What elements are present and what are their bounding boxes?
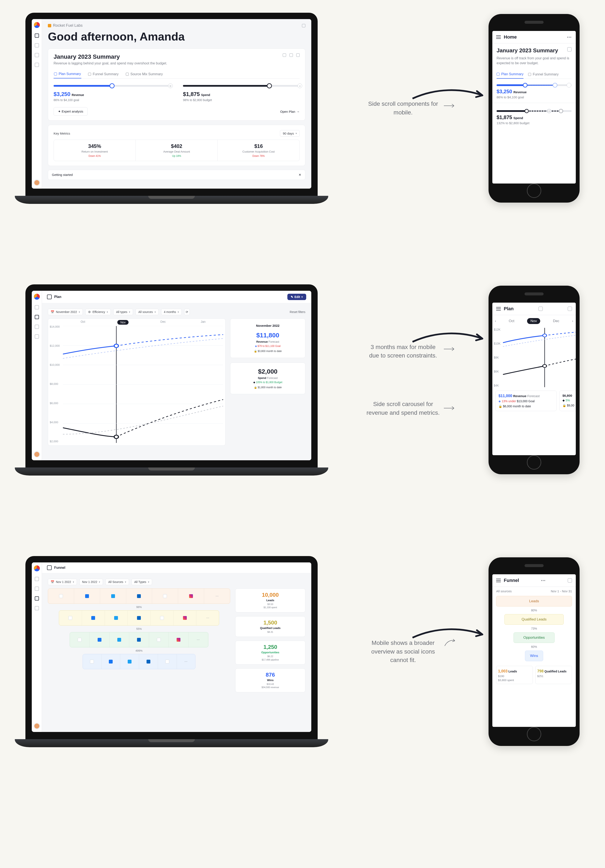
m-plan-chart[interactable]: $12K$10K $8K$6K $4K [492,328,576,387]
month-switcher[interactable]: ‹ Oct Nov Dec › [492,315,576,327]
m-stat-leads: 1,003Leads $190 $3,800 spent [496,666,533,684]
svg-point-11 [543,364,546,367]
stage-qualified[interactable]: ⋯ [59,610,220,626]
window-filter[interactable]: 4 months▾ [161,309,182,315]
help-icon[interactable] [302,24,305,27]
reset-filters[interactable]: Reset filters [290,310,305,314]
page-title: Plan [504,306,514,312]
greeting: Good afternoon, Amanda [48,30,305,43]
expert-analysis-button[interactable]: ✦ Expert analysis [54,107,88,116]
next-icon[interactable]: › [572,319,573,323]
stage-wins[interactable]: ⋯ [83,654,196,669]
nav-plan-icon[interactable] [35,315,39,319]
svg-point-7 [114,344,118,347]
calendar-icon[interactable] [289,53,293,57]
nav-funnel-icon[interactable] [35,53,39,57]
twitter-icon [111,594,115,598]
nav-funnel-icon[interactable] [35,325,39,329]
laptop-frame-plan: Plan ✎ Edit ▾ 📅 November 2022▾ ⚙ Efficie… [25,284,318,476]
m-stage-leads[interactable]: Leads [496,596,572,606]
edit-icon[interactable] [538,307,543,311]
tab-plan-summary[interactable]: Plan Summary [54,70,81,78]
m-summary-title: January 2023 Summary [497,47,558,54]
map-icon [47,294,52,299]
add-icon[interactable] [283,53,286,57]
nav-settings-icon[interactable] [35,335,39,339]
funnel-icon [47,566,52,570]
more-icon[interactable] [296,53,300,57]
plan-chart[interactable]: Oct Nov Dec Jan $14,000$12,000 $10,000$8… [48,319,226,446]
menu-icon[interactable] [496,307,501,310]
date-from[interactable]: 📅 Nov 1 2022▾ [48,579,77,585]
metric-avg-deal[interactable]: $402 Average Deal Amount Up 18% [136,140,218,161]
filter-icon[interactable] [568,578,572,583]
pie-icon [126,73,129,76]
m-sources[interactable]: All sources [496,589,512,593]
key-metrics-title: Key Metrics [54,132,70,135]
stage-opportunities[interactable]: ⋯ [70,632,208,647]
avatar[interactable] [34,723,40,729]
m-spend-card-peek: $6,800 ◆ 5% 🔒 $9,00 [559,391,576,411]
org-name: Rocket Fuel Labs [53,23,83,28]
nav-plan-icon[interactable] [35,43,39,48]
avatar[interactable] [34,451,40,457]
stage-leads[interactable]: ⋯ [48,589,230,604]
avatar[interactable] [34,180,40,186]
revenue-progress: ◎ [54,85,170,87]
nav-settings-icon[interactable] [35,606,39,610]
mobile-header: Home ⋯ [492,31,576,43]
getting-started[interactable]: Getting started ✕ [48,170,305,180]
tab-source-mix[interactable]: Source Mix Summary [125,70,163,78]
nav-home-icon[interactable] [35,34,39,38]
edit-button[interactable]: ✎ Edit ▾ [287,294,306,300]
open-plan-link[interactable]: Open Plan [280,110,300,113]
nav-settings-icon[interactable] [35,63,39,67]
nav-home-icon[interactable] [35,305,39,309]
sources-filter[interactable]: All Sources▾ [105,579,129,585]
m-stage-wins[interactable]: Wins [525,651,543,661]
efficiency-filter[interactable]: ⚙ Efficiency▾ [85,309,111,315]
close-icon[interactable]: ✕ [299,173,301,177]
sources-filter[interactable]: All sources▾ [136,309,158,315]
spend-progress: ⌾ [183,85,300,87]
types-filter[interactable]: All Types▾ [132,579,152,585]
m-stage-qualified[interactable]: Qualified Leads [504,614,563,625]
tab-funnel-summary[interactable]: Funnel Summary [88,70,119,78]
types-filter[interactable]: All types▾ [113,309,133,315]
grid-icon [54,73,57,76]
stat-wins: 876 Wins $10.43$34,500 revenue [235,668,305,692]
range-select[interactable]: 90 days▾ [280,130,300,137]
month-filter[interactable]: 📅 November 2022▾ [48,309,83,315]
breadcrumb: Rocket Fuel Labs [48,23,305,28]
refresh-button[interactable]: ⟳ [184,309,190,315]
m-tab-plan[interactable]: Plan Summary [497,70,523,79]
prev-icon[interactable]: ‹ [495,319,496,323]
filter-icon[interactable] [568,307,572,311]
revenue-value: $3,250 [54,91,71,97]
more-icon[interactable]: ⋯ [567,34,572,40]
stat-qualified: 1,500 Qualified Leads $4.31 [235,616,305,637]
facebook-icon [85,594,89,598]
calendar-icon[interactable] [567,47,571,51]
stat-opps: 1,250 Opportunities $6.22$17,498 pipelin… [235,641,305,665]
page-title: Plan [54,295,62,299]
m-stage-opps[interactable]: Opportunities [514,632,554,643]
menu-icon[interactable] [496,579,501,582]
more-icon[interactable]: ⋯ [215,594,218,598]
m-range[interactable]: Nov 1 - Nov 31 [551,589,572,593]
nav-funnel-icon[interactable] [35,596,39,601]
date-to[interactable]: Nov 1 2022▾ [79,579,103,585]
revenue-forecast-card: November 2022 $11,800 Revenue Forecast ◈… [230,319,305,358]
menu-icon[interactable] [496,36,501,39]
m-tab-funnel[interactable]: Funnel Summary [528,70,559,79]
m-revenue-card: $11,000 Revenue Forecast ◈ 13% under $13… [495,391,557,411]
nav-plan-icon[interactable] [35,587,39,591]
summary-card: January 2023 Summary Revenue is lagging … [48,48,305,121]
sidebar [32,563,42,732]
page-title: Funnel [504,578,519,583]
m-metric-carousel[interactable]: $11,000 Revenue Forecast ◈ 13% under $13… [492,388,576,414]
metric-cac[interactable]: $16 Customer Acquisition Cost Down 76% [218,140,299,161]
nav-home-icon[interactable] [35,577,39,581]
metric-roi[interactable]: 345% Return on Investment Down 41% [54,140,136,161]
more-icon[interactable]: ⋯ [541,578,546,583]
